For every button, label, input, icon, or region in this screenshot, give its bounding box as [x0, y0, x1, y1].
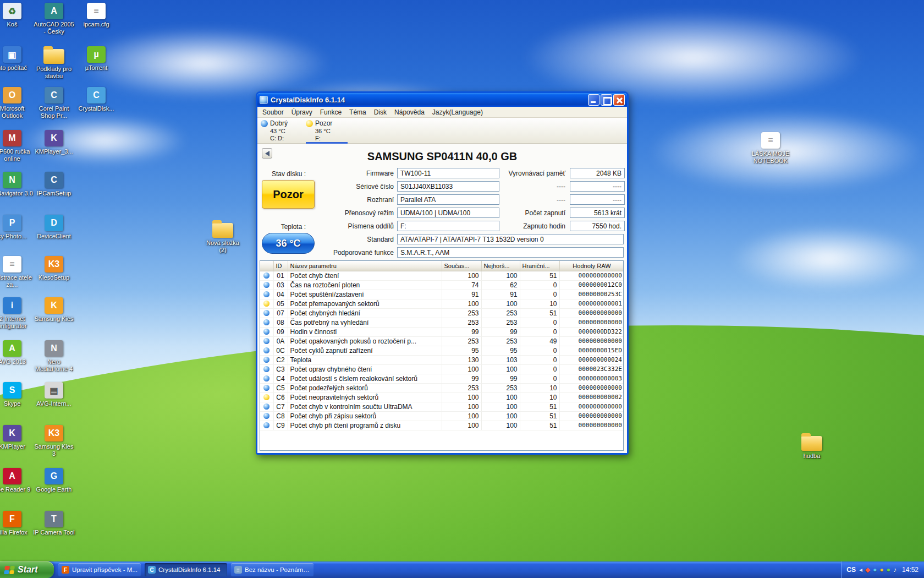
start-button[interactable]: Start [0, 561, 54, 578]
minimize-button[interactable] [588, 94, 600, 106]
smart-row[interactable]: C8Počet chyb při zápisu sektorů100100510… [260, 411, 624, 421]
hide-icons-chevron-icon[interactable]: ◂ [859, 566, 862, 573]
field-label: Standard [307, 236, 394, 243]
smart-raw-cell: 0000023C332E [559, 364, 624, 374]
smart-col-header-2[interactable]: ID [273, 261, 288, 271]
desktop-icon-9[interactable]: AAVG 2013 [0, 340, 33, 366]
smart-row[interactable]: 08Čas potřebný na vyhledání2532530000000… [260, 318, 624, 327]
smart-id-cell: C7 [273, 402, 288, 411]
smart-status-cell [260, 327, 273, 336]
crystaldiskinfo-icon: C [87, 87, 106, 103]
desktop-icon-28[interactable]: µµTorrent [75, 46, 117, 72]
desktop-icon-13[interactable]: Fzilla Firefox [0, 511, 33, 536]
smart-name-cell: Počet neopravitelných sektorů [288, 392, 442, 402]
smart-row[interactable]: C7Počet chyb v kontrolním součtu UltraDM… [260, 402, 624, 411]
desktop-icon-14[interactable]: AAutoCAD 2005 - Česky [33, 3, 75, 35]
smart-row[interactable]: C6Počet neopravitelných sektorů100100100… [260, 392, 624, 402]
menu-item-7[interactable]: Jazyk(Language) [428, 107, 487, 117]
smart-threshold-cell: 0 [520, 280, 559, 290]
smart-current-cell: 253 [442, 383, 481, 392]
desktop-icon-4[interactable]: MMP600 ručka online [0, 130, 33, 162]
field-label: Firmware [307, 170, 394, 177]
desktop-icon-19[interactable]: DDeviceClient [33, 215, 75, 240]
desktop-icon-18[interactable]: CIPCamSetup [33, 172, 75, 197]
desktop-icon-label: AutoCAD 2005 - Česky [33, 21, 75, 35]
desktop-icon-12[interactable]: Aobe Reader 9 [0, 468, 33, 493]
smart-worst-cell: 253 [481, 383, 520, 392]
smart-col-header-6[interactable]: Hraniční... [520, 261, 559, 271]
menu-item-2[interactable]: Úpravy [288, 107, 316, 117]
maximize-button[interactable] [601, 94, 612, 106]
desktop-icon-2[interactable]: ▣nto počítač [0, 46, 33, 72]
smart-col-header-7[interactable]: Hodnoty RAW [559, 261, 624, 271]
task-button-3[interactable]: ≡Bez názvu - Poznámk... [231, 563, 314, 576]
smart-row[interactable]: 09Hodin v činnosti999900000000DD322 [260, 327, 624, 336]
safety-tray-icon[interactable]: ● [887, 566, 890, 573]
desktop-icon-7[interactable]: ≡egistrace atele za... [0, 256, 33, 288]
firefox-icon: F [3, 511, 21, 527]
menu-item-4[interactable]: Téma [345, 107, 370, 117]
desktop-icon-27[interactable]: ≡ipcam.cfg [75, 3, 117, 28]
desktop-icon-23[interactable]: ▤AVG-Intern... [33, 382, 75, 407]
desktop-icon-26[interactable]: TIP Camera Tool [33, 511, 75, 536]
desktop-icon-21[interactable]: KSamsung Kies [33, 297, 75, 323]
smart-row[interactable]: 0CPočet cyklů zapnutí zařízení9595000000… [260, 346, 624, 355]
volume-tray-icon[interactable]: ♪ [893, 566, 897, 573]
task-button-label: CrystalDiskInfo 6.1.14 [158, 566, 221, 573]
desktop-icon-29[interactable]: CCrystalDisk... [75, 87, 117, 112]
smart-row[interactable]: C4Počet událostí s číslem realokování se… [260, 374, 624, 383]
drive-entry-2[interactable]: Pozor36 °CF: [306, 119, 348, 144]
smart-row[interactable]: 05Počet přemapovaných sektorů10010010000… [260, 299, 624, 308]
smart-raw-cell: 000000000003 [559, 374, 624, 383]
desktop-icon-25[interactable]: GGoogle Earth [33, 468, 75, 493]
menu-item-6[interactable]: Nápověda [391, 107, 428, 117]
smart-col-header-4[interactable]: Součas... [442, 261, 481, 271]
close-button[interactable] [613, 94, 625, 106]
smart-current-cell: 100 [442, 271, 481, 280]
desktop-icon-10[interactable]: SSkype [0, 382, 33, 407]
smart-row[interactable]: C2Teplota1301030000000000024 [260, 355, 624, 364]
desktop-icon-24[interactable]: K3Samsung Kies 3 [33, 425, 75, 457]
desktop-icon-5[interactable]: NP Navigator 3.0 [0, 172, 33, 197]
desktop-icon-11[interactable]: KKMPlayer [0, 425, 33, 450]
smart-row[interactable]: 01Počet chyb čtení10010051000000000000 [260, 271, 624, 280]
task-button-1[interactable]: FUpravit příspěvek - M... [58, 563, 141, 576]
cloud [732, 226, 924, 292]
update-tray-icon[interactable]: ● [879, 566, 883, 573]
smart-row[interactable]: 0APočet opakovaných pokusů o roztočení p… [260, 336, 624, 346]
smart-status-cell [260, 336, 273, 346]
smart-col-header-3[interactable]: Název parametru [288, 261, 442, 271]
menu-item-3[interactable]: Funkce [316, 107, 345, 117]
window-titlebar[interactable]: CrystalDiskInfo 6.1.14 [257, 93, 627, 107]
smart-row[interactable]: C3Počet oprav chybného čtení100100000000… [260, 364, 624, 374]
smart-name-cell: Počet chybných hledání [288, 308, 442, 318]
desktop-icon-32[interactable]: hudba [791, 433, 833, 460]
desktop-icon-20[interactable]: K3KiesoSetup [33, 256, 75, 281]
smart-row[interactable]: 07Počet chybných hledání2532535100000000… [260, 308, 624, 318]
desktop-icon-3[interactable]: OMicrosoft Outlook [0, 87, 33, 119]
smart-col-header-1[interactable] [260, 261, 273, 271]
smart-row[interactable]: C5Počet podezřelých sektorů2532531000000… [260, 383, 624, 392]
desktop-icon-16[interactable]: CCorel Paint Shop Pr... [33, 87, 75, 119]
language-indicator[interactable]: CS [846, 566, 856, 574]
desktop-icon-22[interactable]: NNero MediaHome 4 [33, 340, 75, 373]
smart-col-header-5[interactable]: Nejhorš... [481, 261, 520, 271]
desktop-icon-1[interactable]: ♻Koš [0, 3, 33, 28]
menu-item-5[interactable]: Disk [370, 107, 391, 117]
task-button-2[interactable]: CCrystalDiskInfo 6.1.14 [145, 563, 227, 576]
desktop-icon-6[interactable]: Psy-Photo... [0, 215, 33, 240]
antivirus-tray-icon[interactable]: ◆ [865, 566, 870, 573]
desktop-icon-30[interactable]: Nová složka (2) [202, 220, 244, 254]
messenger-tray-icon[interactable]: ● [873, 566, 877, 573]
drive-status-orb-icon [261, 120, 268, 127]
smart-row[interactable]: 04Počet spuštění/zastavení91910000000002… [260, 290, 624, 299]
menu-item-1[interactable]: Soubor [258, 107, 288, 117]
smart-row[interactable]: C9Počet chyb při čtení programů z disku1… [260, 421, 624, 430]
desktop-icon-15[interactable]: Podklady pro stavbu [33, 46, 75, 80]
smart-row[interactable]: 03Čas na roztočení ploten746200000000012… [260, 280, 624, 290]
desktop-icon-31[interactable]: ≡LÁSKA MOJE NOTEBOOK [750, 132, 791, 165]
desktop-icon-8[interactable]: i2 Internet onfigurator [0, 297, 33, 330]
desktop-icon-17[interactable]: KKMPlayer_3... [33, 130, 75, 155]
smart-id-cell: 08 [273, 318, 288, 327]
drive-entry-1[interactable]: Dobrý43 °CC: D: [261, 119, 302, 144]
